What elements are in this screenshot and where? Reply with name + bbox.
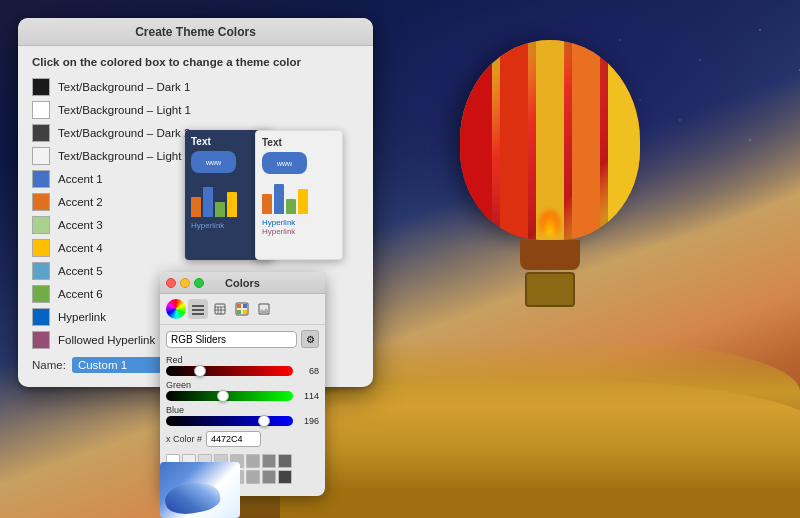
svg-rect-2: [192, 313, 204, 315]
traffic-lights: [166, 278, 204, 288]
swatch-accent2[interactable]: [32, 193, 50, 211]
hex-row: x Color #: [160, 428, 325, 450]
dialog-title: Create Theme Colors: [135, 25, 256, 39]
label-hyperlink: Hyperlink: [58, 311, 106, 323]
label-dark1: Text/Background – Dark 1: [58, 81, 190, 93]
swatch-light2[interactable]: [32, 147, 50, 165]
red-slider-row: Red 68: [160, 353, 325, 378]
color-row-light1[interactable]: Text/Background – Light 1: [32, 101, 359, 119]
green-label: Green: [166, 380, 319, 390]
label-accent6: Accent 6: [58, 288, 103, 300]
chart-bar-l4: [298, 189, 308, 214]
label-dark2: Text/Background – Dark 2: [58, 127, 190, 139]
brush-preview-inner: [160, 462, 240, 518]
chart-bar-l3: [286, 199, 296, 214]
chart-bar-l2: [274, 184, 284, 214]
palette-cell[interactable]: [246, 454, 260, 468]
svg-rect-11: [237, 310, 241, 314]
dialog-instruction: Click on the colored box to change a the…: [32, 56, 359, 68]
color-wheel-tab[interactable]: [166, 299, 186, 319]
swatch-accent5[interactable]: [32, 262, 50, 280]
label-accent4: Accent 4: [58, 242, 103, 254]
brush-preview: [160, 462, 240, 518]
rgb-mode-row: RGB Sliders ⚙: [160, 325, 325, 353]
svg-rect-10: [243, 304, 247, 308]
minimize-button[interactable]: [180, 278, 190, 288]
colors-panel-title: Colors: [225, 277, 260, 289]
swatch-dark1[interactable]: [32, 78, 50, 96]
blue-label: Blue: [166, 405, 319, 415]
swatch-hyperlink[interactable]: [32, 308, 50, 326]
balloon-basket: [525, 272, 575, 307]
palette-cell[interactable]: [262, 454, 276, 468]
hot-air-balloon: [440, 40, 660, 340]
chart-bar-3: [215, 202, 225, 217]
chart-bar-4: [227, 192, 237, 217]
chart-bar-2: [203, 187, 213, 217]
close-button[interactable]: [166, 278, 176, 288]
preview-light-followed[interactable]: Hyperlink: [262, 227, 336, 236]
color-row-dark1[interactable]: Text/Background – Dark 1: [32, 78, 359, 96]
preview-light-text: Text: [262, 137, 336, 148]
label-accent3: Accent 3: [58, 219, 103, 231]
maximize-button[interactable]: [194, 278, 204, 288]
blue-slider-row: Blue 196: [160, 403, 325, 428]
svg-rect-1: [192, 309, 204, 311]
label-accent2: Accent 2: [58, 196, 103, 208]
blue-slider-track: 196: [166, 416, 319, 426]
red-slider-bg[interactable]: [166, 366, 293, 376]
label-light2: Text/Background – Light 2: [58, 150, 191, 162]
swatch-accent4[interactable]: [32, 239, 50, 257]
red-slider-thumb[interactable]: [194, 365, 206, 377]
green-value: 114: [297, 391, 319, 401]
preview-light-hyperlink[interactable]: Hyperlink: [262, 218, 336, 227]
green-slider-track: 114: [166, 391, 319, 401]
svg-rect-12: [243, 310, 247, 314]
gear-button[interactable]: ⚙: [301, 330, 319, 348]
preview-light-bubble: www: [262, 152, 307, 174]
color-tabs-row: [160, 294, 325, 325]
hex-input[interactable]: [206, 431, 261, 447]
label-light1: Text/Background – Light 1: [58, 104, 191, 116]
balloon-flame: [540, 210, 560, 235]
green-slider-thumb[interactable]: [217, 390, 229, 402]
pencil-tab[interactable]: [210, 299, 230, 319]
label-accent1: Accent 1: [58, 173, 103, 185]
green-slider-row: Green 114: [160, 378, 325, 403]
palette-cell[interactable]: [246, 470, 260, 484]
palette-cell[interactable]: [278, 470, 292, 484]
image-tab[interactable]: [254, 299, 274, 319]
label-followed: Followed Hyperlink: [58, 334, 155, 346]
red-value: 68: [297, 366, 319, 376]
hex-label: x Color #: [166, 434, 202, 444]
dialog-titlebar: Create Theme Colors: [18, 18, 373, 46]
swatch-accent1[interactable]: [32, 170, 50, 188]
swatch-light1[interactable]: [32, 101, 50, 119]
blue-value: 196: [297, 416, 319, 426]
swatch-accent6[interactable]: [32, 285, 50, 303]
swatch-accent3[interactable]: [32, 216, 50, 234]
preview-light-chart: [262, 179, 336, 214]
balloon-neck: [520, 240, 580, 270]
chart-bar-l1: [262, 194, 272, 214]
chart-bar-1: [191, 197, 201, 217]
swatch-dark2[interactable]: [32, 124, 50, 142]
red-slider-track: 68: [166, 366, 319, 376]
svg-rect-9: [237, 304, 241, 308]
palette-cell[interactable]: [278, 454, 292, 468]
red-label: Red: [166, 355, 319, 365]
preview-dark-bubble: www: [191, 151, 236, 173]
color-mode-select[interactable]: RGB Sliders: [166, 331, 297, 348]
theme-name-input[interactable]: [72, 357, 172, 373]
palette-cell[interactable]: [262, 470, 276, 484]
gear-icon: ⚙: [306, 334, 315, 345]
swatch-followed[interactable]: [32, 331, 50, 349]
preview-light-card: Text www Hyperlink Hyperlink: [255, 130, 343, 260]
green-slider-bg[interactable]: [166, 391, 293, 401]
sliders-tab[interactable]: [188, 299, 208, 319]
balloon-body: [460, 40, 640, 240]
blue-slider-thumb[interactable]: [258, 415, 270, 427]
svg-rect-0: [192, 305, 204, 307]
blue-slider-bg[interactable]: [166, 416, 293, 426]
palette-tab[interactable]: [232, 299, 252, 319]
